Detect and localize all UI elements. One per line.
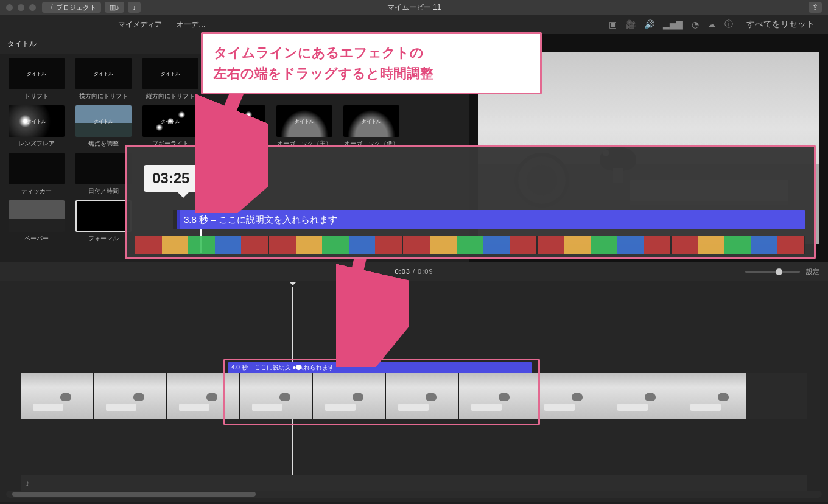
timeline[interactable]: 4.0 秒 – ここに説明文 ● 入れられます ♪ (0, 281, 828, 502)
timeline-clip[interactable] (313, 373, 386, 419)
timeline-title-clip-label: 4.0 秒 – ここに説明文 ● 入れられます (231, 363, 334, 372)
title-item[interactable]: タイトル 横方向にドリフト (75, 58, 132, 100)
overlay-timecode-tooltip: 03:25 (144, 165, 198, 192)
library-icon: ▥♪ (110, 4, 119, 12)
timeline-clip[interactable] (459, 373, 532, 419)
title-item[interactable]: タイトル オーガニック（主） (276, 105, 332, 148)
timeline-scrollbar[interactable] (6, 491, 822, 498)
callout-line: タイムラインにあるエフェクトの (214, 43, 529, 63)
share-icon: ⇪ (812, 3, 818, 12)
title-item-label: 横方向にドリフト (79, 93, 128, 99)
window-title: マイムービー 11 (0, 2, 828, 13)
timeline-clip[interactable] (21, 373, 94, 419)
timeline-clip[interactable] (532, 373, 605, 419)
timeline-audio-track[interactable]: ♪ (21, 475, 807, 491)
projects-back-label: プロジェクト (56, 3, 96, 12)
timeline-clip[interactable] (167, 373, 240, 419)
annotation-callout: タイムラインにあるエフェクトの 左右の端をドラッグすると時間調整 (201, 32, 542, 94)
title-item[interactable]: 日付／時間 (75, 153, 132, 195)
title-item[interactable]: タイトル 縦方向にドリフト (142, 58, 198, 100)
title-item[interactable]: タイトル オーガニック（低） (343, 105, 399, 148)
minimize-icon[interactable] (18, 4, 24, 11)
camera-icon[interactable]: 🎥 (625, 19, 636, 29)
svg-line-1 (339, 257, 360, 352)
title-item-label: 縦方向にドリフト (146, 93, 195, 99)
inspector-tools: ▣ 🎥 🔊 ▂▅▇ ◔ ☁ ⓘ すべてをリセット (609, 15, 819, 34)
title-item-label: 日付／時間 (88, 187, 119, 194)
overlay-title-clip[interactable]: 3.8 秒 – ここに説明文を入れられます (177, 210, 805, 229)
tab-audio[interactable]: オーデ… (177, 19, 206, 30)
chevron-left-icon: 〈 (47, 3, 54, 12)
title-item[interactable]: タイトル ドリフト (9, 58, 65, 100)
title-item[interactable]: タイトル ブギーライト (142, 105, 198, 148)
title-item[interactable]: ティッカー (9, 153, 65, 195)
filter-icon[interactable]: ☁ (707, 19, 716, 29)
title-item-label: ペーパー (24, 235, 49, 242)
playback-total: 0:09 (418, 268, 433, 275)
tab-my-media[interactable]: マイメディア (118, 19, 162, 30)
media-toggle-button[interactable]: ▥♪ (105, 2, 124, 13)
timeline-clip[interactable] (605, 373, 678, 419)
timeline-clip[interactable] (240, 373, 313, 419)
title-item-label: 焦点を調整 (88, 140, 119, 147)
music-note-icon: ♪ (26, 478, 30, 488)
overlay-thumbnails (135, 236, 805, 254)
playback-strip: 0:03 / 0:09 設定 (0, 262, 828, 281)
zoom-icon[interactable] (29, 4, 36, 11)
scrollbar-thumb[interactable] (12, 492, 256, 497)
title-item-label: レンズフレア (18, 140, 55, 147)
info-icon[interactable]: ⓘ (724, 19, 733, 30)
timeline-video-track[interactable] (21, 373, 807, 419)
window-controls[interactable] (6, 4, 36, 11)
title-item[interactable]: ペーパー (9, 200, 65, 243)
timeline-clip[interactable] (386, 373, 459, 419)
share-button[interactable]: ⇪ (809, 2, 822, 13)
overlay-title-clip-label: 3.8 秒 – ここに説明文を入れられます (184, 214, 337, 226)
timeline-clip[interactable] (678, 373, 751, 419)
title-item-label: ティッカー (21, 187, 52, 194)
title-item[interactable]: フォーマル (75, 200, 132, 243)
titlebar: 〈 プロジェクト ▥♪ ↓ マイムービー 11 ⇪ (0, 0, 828, 15)
speed-icon[interactable]: ◔ (692, 19, 699, 29)
projects-back-button[interactable]: 〈 プロジェクト (42, 2, 101, 13)
crop-icon[interactable]: ▣ (609, 19, 617, 29)
close-icon[interactable] (6, 4, 13, 11)
volume-icon[interactable]: 🔊 (644, 19, 654, 29)
reset-all-button[interactable]: すべてをリセット (742, 17, 819, 32)
title-item-label: フォーマル (88, 235, 119, 242)
toolbar: マイメディア オーデ… ▣ 🎥 🔊 ▂▅▇ ◔ ☁ ⓘ すべてをリセット (0, 15, 828, 34)
title-item[interactable]: タイトル レンズフレア (9, 105, 65, 148)
svg-line-0 (195, 91, 237, 195)
equalizer-icon[interactable]: ▂▅▇ (663, 19, 683, 29)
title-item[interactable]: タイトル 焦点を調整 (75, 105, 132, 148)
callout-line: 左右の端をドラッグすると時間調整 (214, 63, 529, 84)
title-item-label: ドリフト (24, 93, 49, 99)
settings-button[interactable]: 設定 (806, 267, 819, 276)
download-icon: ↓ (133, 4, 136, 11)
zoom-slider[interactable] (745, 271, 800, 273)
timeline-clip[interactable] (94, 373, 167, 419)
import-button[interactable]: ↓ (128, 2, 141, 13)
